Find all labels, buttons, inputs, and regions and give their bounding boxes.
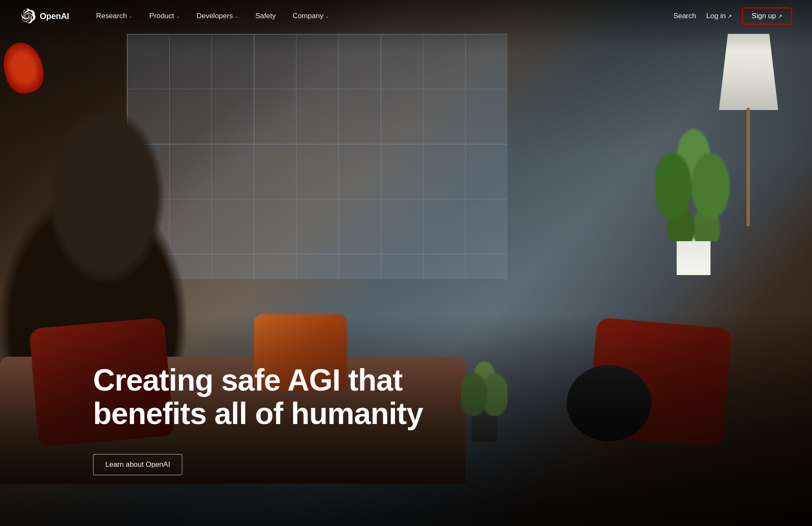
nav-left: OpenAI Research ⌄ Product ⌄ <box>20 8 336 24</box>
chevron-down-icon-company: ⌄ <box>325 14 329 19</box>
nav-label-research: Research <box>96 12 127 20</box>
chevron-down-icon-product: ⌄ <box>176 14 180 19</box>
chevron-down-icon-developers: ⌄ <box>235 14 239 19</box>
nav-link-company[interactable]: Company ⌄ <box>286 8 336 24</box>
nav-link-safety[interactable]: Safety <box>249 8 283 24</box>
lamp-right <box>710 34 787 245</box>
nav-link-product[interactable]: Product ⌄ <box>143 8 187 24</box>
learn-about-openai-button[interactable]: Learn about OpenAI <box>93 454 182 475</box>
signup-label: Sign up <box>752 12 776 20</box>
nav-label-company: Company <box>293 12 324 20</box>
openai-logo[interactable]: OpenAI <box>20 8 69 24</box>
chevron-down-icon-research: ⌄ <box>129 14 132 19</box>
signup-button[interactable]: Sign up ↗ <box>742 8 792 25</box>
nav-label-product: Product <box>149 12 174 20</box>
nav-item-product[interactable]: Product ⌄ <box>143 8 187 24</box>
nav-link-developers[interactable]: Developers ⌄ <box>190 8 245 24</box>
nav-item-developers[interactable]: Developers ⌄ <box>190 8 245 24</box>
hero-section: OpenAI Research ⌄ Product ⌄ <box>0 0 812 526</box>
nav-link-research[interactable]: Research ⌄ <box>89 8 139 24</box>
search-button[interactable]: Search <box>673 12 696 20</box>
hero-content: Creating safe AGI that benefits all of h… <box>93 364 474 475</box>
nav-item-research[interactable]: Research ⌄ <box>89 8 139 24</box>
nav-item-safety[interactable]: Safety <box>249 8 283 24</box>
nav-label-safety: Safety <box>255 12 276 20</box>
nav-right: Search Log in ↗ Sign up ↗ <box>673 8 792 25</box>
login-label: Log in <box>706 12 726 20</box>
hero-title: Creating safe AGI that benefits all of h… <box>93 364 474 430</box>
navbar: OpenAI Research ⌄ Product ⌄ <box>0 0 812 32</box>
external-link-icon-login: ↗ <box>727 13 732 19</box>
nav-label-developers: Developers <box>197 12 233 20</box>
login-button[interactable]: Log in ↗ <box>706 12 732 20</box>
nav-item-company[interactable]: Company ⌄ <box>286 8 336 24</box>
nav-links: Research ⌄ Product ⌄ Developers ⌄ <box>89 8 335 24</box>
lamp-left <box>0 42 51 169</box>
external-link-icon-signup: ↗ <box>778 13 782 19</box>
openai-logo-icon <box>20 8 36 24</box>
openai-logo-text: OpenAI <box>40 11 69 21</box>
